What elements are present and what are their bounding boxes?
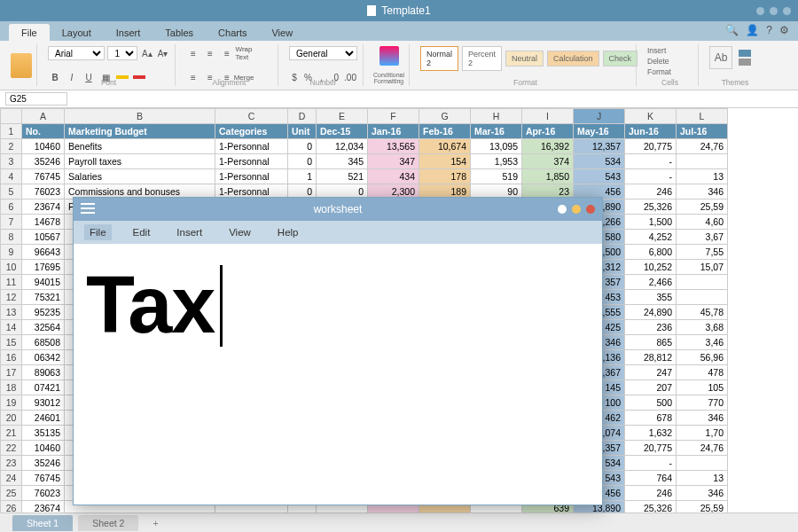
cell[interactable]: 1 [288, 169, 317, 184]
cell[interactable]: 374 [522, 154, 574, 169]
editor-body[interactable]: Tax [74, 244, 602, 505]
style-calculation[interactable]: Calculation [547, 51, 599, 66]
row-header[interactable]: 1 [1, 124, 22, 139]
row-header[interactable]: 12 [1, 290, 22, 305]
row-header[interactable]: 2 [1, 139, 22, 154]
cell[interactable]: 355 [625, 290, 677, 305]
row-header[interactable]: 16 [1, 350, 22, 365]
row-header[interactable]: 6 [1, 200, 22, 215]
cell[interactable]: 6,800 [625, 245, 677, 260]
row-header[interactable]: 3 [1, 154, 22, 169]
tab-file[interactable]: File [9, 24, 50, 41]
row-header[interactable]: 18 [1, 380, 22, 395]
editor-close[interactable] [586, 205, 595, 214]
cell[interactable]: 7,55 [677, 245, 728, 260]
add-sheet-button[interactable]: + [144, 515, 167, 531]
row-header[interactable]: 14 [1, 320, 22, 335]
editor-menu-edit[interactable]: Edit [128, 224, 156, 240]
cell[interactable]: 13 [677, 169, 728, 184]
row-header[interactable]: 17 [1, 365, 22, 380]
themes-button[interactable]: Ab [709, 46, 732, 69]
row-header[interactable]: 25 [1, 486, 22, 501]
cell[interactable]: 32564 [22, 320, 65, 335]
cell[interactable]: 13 [677, 471, 728, 486]
tab-layout[interactable]: Layout [50, 24, 104, 41]
style-check[interactable]: Check [603, 51, 638, 66]
editor-menu-file[interactable]: File [84, 224, 112, 240]
cell[interactable]: 10460 [22, 139, 65, 154]
cell[interactable]: 35246 [22, 154, 65, 169]
cell[interactable]: Salaries [65, 169, 215, 184]
style-neutral[interactable]: Neutral [505, 51, 544, 66]
cell[interactable]: 1-Personnal [215, 169, 288, 184]
col-header[interactable]: A [22, 109, 65, 124]
cell[interactable]: 3,67 [677, 230, 728, 245]
editor-menu-view[interactable]: View [223, 224, 256, 240]
sheet-tab-2[interactable]: Sheet 2 [78, 515, 138, 531]
cell[interactable]: 247 [625, 365, 677, 380]
header-cell[interactable]: Dec-15 [317, 124, 368, 139]
cell[interactable]: 16,392 [522, 139, 574, 154]
window-close[interactable] [783, 7, 791, 15]
cell[interactable]: 770 [677, 395, 728, 411]
cell[interactable]: 76745 [22, 169, 65, 184]
cell[interactable]: 95235 [22, 305, 65, 320]
row-header[interactable]: 15 [1, 335, 22, 350]
cell[interactable]: 534 [574, 154, 625, 169]
cell[interactable]: 521 [317, 169, 368, 184]
window-maximize[interactable] [770, 7, 778, 15]
cell[interactable]: 3,46 [677, 335, 728, 350]
cell[interactable]: 76745 [22, 471, 65, 486]
sheet-tab-1[interactable]: Sheet 1 [12, 515, 73, 531]
cell[interactable]: 0 [288, 154, 317, 169]
cell[interactable]: 1-Personnal [215, 154, 288, 169]
editor-minimize[interactable] [558, 205, 567, 214]
font-name-select[interactable]: Arial [48, 46, 105, 60]
header-cell[interactable]: Jun-16 [625, 124, 677, 139]
cell[interactable]: 12,357 [574, 139, 625, 154]
col-header[interactable]: E [317, 109, 368, 124]
cell[interactable]: 23674 [22, 200, 65, 215]
cell[interactable] [677, 456, 728, 471]
cell[interactable]: 678 [625, 411, 677, 426]
cell[interactable]: 14678 [22, 215, 65, 230]
cell[interactable]: 1,70 [677, 426, 728, 441]
help-icon[interactable]: ? [766, 24, 772, 36]
cell[interactable]: 3,68 [677, 320, 728, 335]
settings-icon[interactable]: ⚙ [779, 24, 789, 36]
conditional-formatting-icon[interactable] [379, 46, 399, 66]
tab-tables[interactable]: Tables [153, 24, 206, 41]
row-header[interactable]: 20 [1, 411, 22, 426]
editor-menu-help[interactable]: Help [272, 224, 304, 240]
header-cell[interactable]: May-16 [574, 124, 625, 139]
cell[interactable]: 345 [317, 154, 368, 169]
name-box[interactable] [5, 92, 67, 106]
cell[interactable]: 56,96 [677, 350, 728, 365]
cell[interactable]: 346 [677, 411, 728, 426]
style-percent[interactable]: Percent 2 [462, 46, 502, 71]
cell[interactable]: 76023 [22, 486, 65, 501]
row-header[interactable]: 4 [1, 169, 22, 184]
cell[interactable] [677, 275, 728, 290]
cell[interactable]: 543 [574, 169, 625, 184]
window-minimize[interactable] [756, 7, 764, 15]
col-header[interactable]: H [471, 109, 522, 124]
increase-font-icon[interactable]: A▴ [140, 46, 153, 60]
cell[interactable]: 236 [625, 320, 677, 335]
cell[interactable]: 75321 [22, 290, 65, 305]
insert-cells-button[interactable]: Insert [647, 46, 666, 55]
align-bottom-icon[interactable]: ≡ [220, 46, 234, 60]
header-cell[interactable]: Marketing Budget [65, 124, 215, 139]
cell[interactable]: 15,07 [677, 260, 728, 275]
style-normal[interactable]: Normal 2 [420, 46, 458, 71]
decrease-font-icon[interactable]: A▾ [156, 46, 169, 60]
row-header[interactable]: 11 [1, 275, 22, 290]
cell[interactable]: 10460 [22, 441, 65, 456]
cell[interactable]: 24601 [22, 411, 65, 426]
cell[interactable]: 25,326 [625, 501, 677, 513]
cell[interactable]: 23674 [22, 501, 65, 513]
user-icon[interactable]: 👤 [746, 24, 759, 36]
row-header[interactable]: 26 [1, 501, 22, 513]
cell[interactable]: 13,095 [471, 139, 522, 154]
cell[interactable]: 10567 [22, 230, 65, 245]
